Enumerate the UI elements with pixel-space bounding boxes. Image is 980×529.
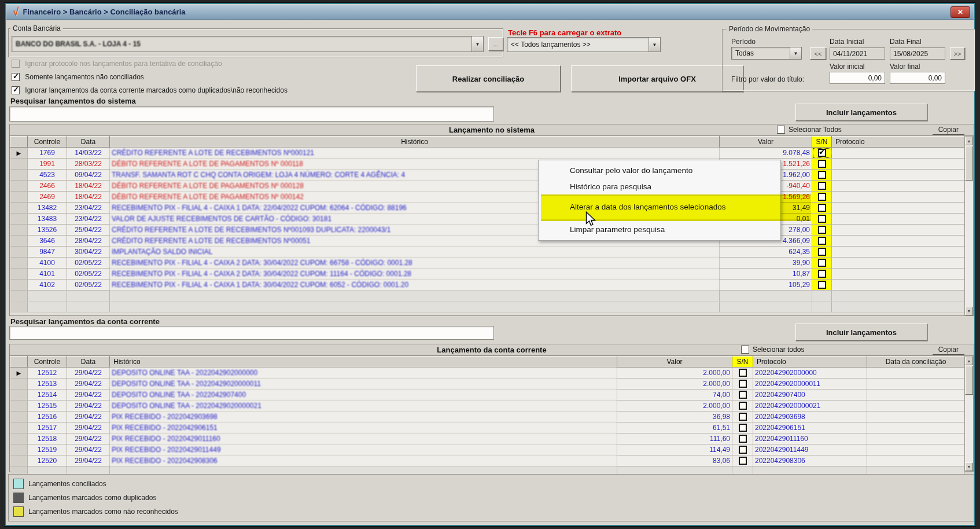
checkbox-icon[interactable] (12, 60, 20, 68)
sn-checkbox[interactable] (818, 248, 826, 256)
cell-sn[interactable] (812, 159, 832, 170)
bank-table-scrollbar[interactable]: ▲ ▼ (964, 356, 974, 472)
row-marker[interactable] (10, 390, 28, 401)
cell-sn[interactable] (732, 401, 753, 412)
cell-data-conciliacao[interactable] (867, 368, 965, 379)
cell-sn[interactable] (812, 170, 832, 181)
sn-checkbox[interactable] (818, 259, 826, 267)
cell-controle[interactable]: 9847 (28, 247, 67, 258)
sn-checkbox[interactable] (739, 369, 747, 377)
scrollbar-thumb[interactable] (965, 366, 973, 395)
cell-controle[interactable]: 12516 (28, 412, 67, 423)
prev-period-button[interactable]: << (810, 47, 826, 60)
cell-historico[interactable]: RECEBIMENTO PIX - FILIAL 4 - CAIXA 2 DAT… (110, 269, 720, 280)
valor-final-field[interactable]: 0,00 (890, 72, 945, 84)
cell-protocolo[interactable]: 2022042908306 (753, 455, 867, 466)
menu-item-historico-pesquisa[interactable]: Histórico para pesquisa (539, 182, 780, 191)
cell-controle[interactable]: 2466 (28, 181, 67, 192)
table-row[interactable]: 1251429/04/22DEPOSITO ONLINE TAA - 20220… (10, 390, 965, 401)
cell-controle[interactable]: 12512 (28, 368, 67, 379)
sn-checkbox[interactable] (818, 226, 826, 234)
chevron-down-icon[interactable]: ▼ (649, 38, 660, 52)
row-marker[interactable] (10, 280, 28, 291)
cell-data-conciliacao[interactable] (867, 401, 965, 412)
table-row[interactable]: 984730/04/22IMPLANTAÇÃO SALDO INICIAL624… (10, 247, 965, 258)
sn-checkbox[interactable] (739, 435, 747, 443)
row-marker[interactable] (10, 247, 28, 258)
scroll-up-icon[interactable]: ▲ (965, 357, 973, 365)
sn-checkbox[interactable] (739, 457, 747, 465)
cell-controle[interactable]: 2469 (28, 192, 67, 203)
cell-protocolo[interactable]: 20220429011160 (753, 434, 867, 444)
row-marker[interactable]: ▶ (10, 368, 28, 379)
cell-data[interactable]: 18/04/22 (67, 181, 110, 192)
cell-sn[interactable] (732, 434, 753, 444)
cell-historico[interactable]: RECEBIMENTO PIX - FILIAL 4 - CAIXA 2 DAT… (110, 258, 720, 269)
cell-sn[interactable] (812, 192, 832, 203)
table-row[interactable]: 1251929/04/22PIX RECEBIDO - 202204290114… (10, 444, 965, 455)
sn-checkbox[interactable] (739, 424, 747, 432)
column-header-Data[interactable]: Data (67, 357, 110, 368)
sn-checkbox[interactable] (818, 149, 826, 157)
row-marker[interactable] (10, 181, 28, 192)
cell-historico[interactable]: PIX RECEBIDO - 20220429011160 (110, 434, 617, 444)
browse-account-button[interactable]: ... (488, 37, 503, 51)
cell-data[interactable]: 14/03/22 (67, 148, 110, 159)
cell-data-conciliacao[interactable] (867, 379, 965, 390)
cell-sn[interactable] (812, 280, 832, 291)
cell-valor[interactable]: 2.000,00 (617, 401, 732, 412)
checkbox-ignorar-duplicados[interactable]: Ignorar lançamentos da conta corrente ma… (12, 86, 288, 94)
checkbox-ignorar-protocolo[interactable]: Ignorar protocolo nos lançamentos para t… (12, 60, 222, 68)
column-header-Controle[interactable]: Controle (28, 137, 67, 148)
cell-data-conciliacao[interactable] (867, 434, 965, 444)
sn-checkbox[interactable] (818, 171, 826, 179)
cell-controle[interactable]: 12513 (28, 379, 67, 390)
table-row[interactable]: ▶1251229/04/22DEPOSITO ONLINE TAA - 2022… (10, 368, 965, 379)
cell-controle[interactable]: 13482 (28, 203, 67, 214)
table-row[interactable]: 364628/04/22CRÉDITO REFERENTE A LOTE DE … (10, 236, 965, 247)
checkbox-icon[interactable] (777, 126, 785, 134)
valor-inicial-field[interactable]: 0,00 (830, 72, 885, 84)
select-all-banco[interactable]: Selecionar todos (741, 346, 804, 354)
cell-protocolo[interactable]: 2022042907400 (753, 390, 867, 401)
cell-historico[interactable]: IMPLANTAÇÃO SALDO INICIAL (110, 247, 720, 258)
importar-ofx-button[interactable]: Importar arquivo OFX (571, 65, 743, 92)
cell-protocolo[interactable] (832, 269, 965, 280)
cell-data[interactable]: 30/04/22 (67, 247, 110, 258)
sn-checkbox[interactable] (818, 237, 826, 245)
cell-controle[interactable]: 12518 (28, 434, 67, 444)
incluir-lancamentos-sistema-button[interactable]: Incluir lançamentos (795, 104, 927, 121)
chevron-down-icon[interactable]: ▼ (471, 36, 483, 52)
column-header-Valor[interactable]: Valor (720, 137, 812, 148)
cell-controle[interactable]: 1769 (28, 148, 67, 159)
table-row[interactable]: 1251529/04/22DEPOSITO ONLINE TAA - 20220… (10, 401, 965, 412)
cell-sn[interactable] (732, 368, 753, 379)
cell-controle[interactable]: 4523 (28, 170, 67, 181)
chevron-down-icon[interactable]: ▼ (790, 47, 801, 59)
table-row[interactable]: 1348323/04/22VALOR DE AJUSTE RECEBIMENTO… (10, 214, 965, 225)
cell-data-conciliacao[interactable] (867, 423, 965, 434)
table-row[interactable]: ▶176914/03/22CRÉDITO REFERENTE A LOTE DE… (10, 148, 965, 159)
cell-controle[interactable]: 1991 (28, 159, 67, 170)
row-marker[interactable] (10, 236, 28, 247)
cell-controle[interactable]: 12519 (28, 444, 67, 455)
cell-data[interactable]: 29/04/22 (67, 390, 110, 401)
scrollbar-thumb[interactable] (965, 146, 973, 181)
cell-controle[interactable]: 12514 (28, 390, 67, 401)
conta-bancaria-select[interactable]: BANCO DO BRASIL S.A. - LOJA 4 - 15 ▼ (12, 36, 484, 52)
column-header-S/N[interactable]: S/N (732, 357, 753, 368)
cell-data[interactable]: 29/04/22 (67, 434, 110, 444)
checkbox-icon[interactable] (741, 346, 749, 354)
checkbox-somente-nao-conciliados[interactable]: Somente lançamentos não conciliados (12, 73, 144, 81)
cell-protocolo[interactable] (832, 214, 965, 225)
cell-valor[interactable]: 2.000,00 (617, 368, 732, 379)
cell-protocolo[interactable] (832, 203, 965, 214)
sn-checkbox[interactable] (818, 215, 826, 223)
periodo-select[interactable]: Todas ▼ (731, 47, 802, 60)
cell-historico[interactable]: DEPOSITO ONLINE TAA - 2022042902000000 (110, 368, 617, 379)
copiar-sistema-link[interactable]: Copiar (933, 126, 964, 135)
cell-data[interactable]: 18/04/22 (67, 192, 110, 203)
cell-data[interactable]: 09/04/22 (67, 170, 110, 181)
system-table-scrollbar[interactable]: ▲ ▼ (964, 136, 974, 316)
cell-historico[interactable]: PIX RECEBIDO - 20220429011449 (110, 444, 617, 455)
